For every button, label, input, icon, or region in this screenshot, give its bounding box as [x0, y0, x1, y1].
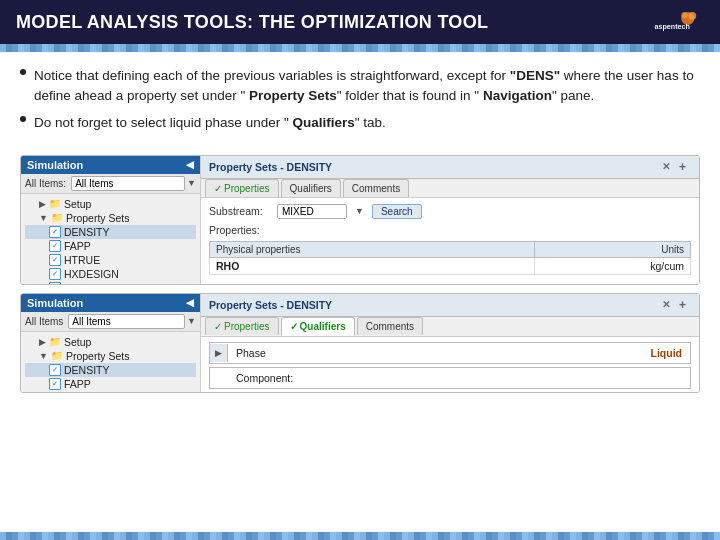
filter-select-1[interactable]: All Items	[71, 176, 185, 191]
tree-density[interactable]: ✓ DENSITY	[25, 225, 196, 239]
filter-label-2: All Items	[25, 316, 63, 327]
file-icon-hxdesign: ✓	[49, 268, 61, 280]
file-icon-htrue: ✓	[49, 254, 61, 266]
tree-fapp[interactable]: ✓ FAPP	[25, 239, 196, 253]
prop-title-1: Property Sets - DENSITY	[209, 161, 332, 173]
filter-arrow-2[interactable]: ▼	[187, 316, 196, 326]
tab-properties-1[interactable]: ✓Properties	[205, 179, 279, 197]
prop-tabbar-1: ✓Properties Qualifiers Comments	[201, 179, 699, 198]
qual-label-component: Component:	[228, 368, 674, 388]
tree-label-density-2: DENSITY	[64, 364, 110, 376]
tree-propsets[interactable]: ▼ 📁 Property Sets	[25, 211, 196, 225]
tree-label-setup-2: Setup	[64, 336, 91, 348]
bullet-dot-1	[20, 69, 26, 75]
prop-panel-1: Property Sets - DENSITY ✕ + ✓Properties …	[201, 156, 699, 284]
sim-header-1: Simulation ◀	[21, 156, 200, 174]
prop-content-1: Substream: MIXED ▼ Search Properties: Ph…	[201, 198, 699, 281]
prop-table-1: Physical properties Units RHO kg/cum	[209, 241, 691, 275]
slide-title: MODEL ANALYSIS TOOLS: THE OPTIMIZATION T…	[16, 12, 488, 33]
sim-title-1: Simulation	[27, 159, 83, 171]
tab-properties-2[interactable]: ✓Properties	[205, 317, 279, 335]
property-sets-bold: Property Sets	[249, 88, 337, 103]
tree-label-propsets-2: Property Sets	[66, 350, 130, 362]
file-icon-hxdsgn2: ✓	[49, 282, 61, 285]
bottom-wave	[0, 532, 720, 540]
rho-units: kg/cum	[534, 257, 690, 274]
tree-arrow-setup: ▶	[39, 199, 46, 209]
tab-qualifiers-1[interactable]: Qualifiers	[281, 179, 341, 197]
folder-icon-setup-2: 📁	[49, 336, 61, 347]
tree-hxdesign[interactable]: ✓ HXDESIGN	[25, 267, 196, 281]
logo: aspentech	[652, 8, 704, 36]
sim-header-2: Simulation ◀	[21, 294, 200, 312]
filter-label-1: All Items:	[25, 178, 66, 189]
bullet-text-1: Notice that defining each of the previou…	[34, 66, 700, 105]
substream-label: Substream:	[209, 205, 269, 217]
bullet-item-1: Notice that defining each of the previou…	[20, 66, 700, 105]
col-units: Units	[534, 241, 690, 257]
tree-density-2[interactable]: ✓ DENSITY	[25, 363, 196, 377]
sim-toolbar-2: All Items All Items ▼	[21, 312, 200, 332]
properties-label: Properties:	[209, 224, 269, 236]
sim-title-2: Simulation	[27, 297, 83, 309]
screenshot-2: Simulation ◀ All Items All Items ▼ ▶ 📁 S…	[20, 293, 700, 393]
screenshots-area: Simulation ◀ All Items: All Items ▼ ▶ 📁 …	[0, 155, 720, 393]
tree-fapp-2[interactable]: ✓ FAPP	[25, 377, 196, 391]
tree-label-htrue: HTRUE	[64, 254, 100, 266]
rho-label: RHO	[210, 257, 535, 274]
qualifiers-bold: Qualifiers	[292, 115, 354, 130]
prop-panel-2: Property Sets - DENSITY ✕ + ✓Properties …	[201, 294, 699, 392]
qual-value-phase: Liquid	[643, 343, 691, 363]
tab-comments-2[interactable]: Comments	[357, 317, 423, 335]
prop-plus-2[interactable]: +	[674, 296, 691, 314]
check-icon-qual-2: ✓	[290, 321, 298, 332]
tree-label-fapp-2: FAPP	[64, 378, 91, 390]
tree-label-hxdsgn2: HXDSGN2	[64, 282, 115, 285]
tree-label-hxdesign: HXDESIGN	[64, 268, 119, 280]
dens-bold: "DENS"	[510, 68, 560, 83]
qual-expand-phase[interactable]: ▶	[210, 344, 228, 362]
prop-title-bar-2: Property Sets - DENSITY ✕ +	[201, 294, 699, 317]
bullet-text-2: Do not forget to select liquid phase und…	[34, 113, 386, 133]
tree-htrue[interactable]: ✓ HTRUE	[25, 253, 196, 267]
sim-arrow-substream[interactable]: ▼	[355, 206, 364, 216]
col-physical: Physical properties	[210, 241, 535, 257]
filter-select-2[interactable]: All Items	[68, 314, 185, 329]
table-row-rho: RHO kg/cum	[210, 257, 691, 274]
tab-comments-1[interactable]: Comments	[343, 179, 409, 197]
tree-propsets-2[interactable]: ▼ 📁 Property Sets	[25, 349, 196, 363]
bullet-list: Notice that defining each of the previou…	[20, 66, 700, 133]
substream-select[interactable]: MIXED	[277, 204, 347, 219]
file-icon-density-2: ✓	[49, 364, 61, 376]
prop-close-2[interactable]: ✕	[662, 299, 670, 310]
tree-hxdsgn2[interactable]: ✓ HXDSGN2	[25, 281, 196, 285]
tree-label-setup: Setup	[64, 198, 91, 210]
qual-row-phase: ▶ Phase Liquid	[209, 342, 691, 364]
sim-panel-1: Simulation ◀ All Items: All Items ▼ ▶ 📁 …	[21, 156, 201, 284]
bullet-item-2: Do not forget to select liquid phase und…	[20, 113, 700, 133]
properties-label-row: Properties:	[209, 224, 691, 236]
screenshot-1: Simulation ◀ All Items: All Items ▼ ▶ 📁 …	[20, 155, 700, 285]
check-icon-props-1: ✓	[214, 183, 222, 194]
tree-label-density: DENSITY	[64, 226, 110, 238]
search-button[interactable]: Search	[372, 204, 422, 219]
prop-plus-1[interactable]: +	[674, 158, 691, 176]
sim-collapse-icon[interactable]: ◀	[186, 159, 194, 170]
file-icon-fapp: ✓	[49, 240, 61, 252]
prop-close-1[interactable]: ✕	[662, 161, 670, 172]
sim-collapse-icon-2[interactable]: ◀	[186, 297, 194, 308]
header: MODEL ANALYSIS TOOLS: THE OPTIMIZATION T…	[0, 0, 720, 44]
tree-setup-2: ▶ 📁 Setup	[25, 335, 196, 349]
check-icon-props-2: ✓	[214, 321, 222, 332]
svg-point-2	[681, 12, 688, 18]
qual-content: ▶ Phase Liquid ▶ Component:	[201, 337, 699, 393]
aspentech-logo-icon: aspentech	[652, 8, 704, 36]
sim-tree-1: ▶ 📁 Setup ▼ 📁 Property Sets ✓ DENSITY	[21, 194, 200, 285]
navigation-bold: Navigation	[483, 88, 552, 103]
tab-qualifiers-2[interactable]: ✓Qualifiers	[281, 317, 355, 336]
header-wave	[0, 44, 720, 52]
main-content: Notice that defining each of the previou…	[0, 52, 720, 155]
qual-row-component: ▶ Component:	[209, 367, 691, 389]
filter-arrow-1[interactable]: ▼	[187, 178, 196, 188]
tree-arrow-setup-2: ▶	[39, 337, 46, 347]
